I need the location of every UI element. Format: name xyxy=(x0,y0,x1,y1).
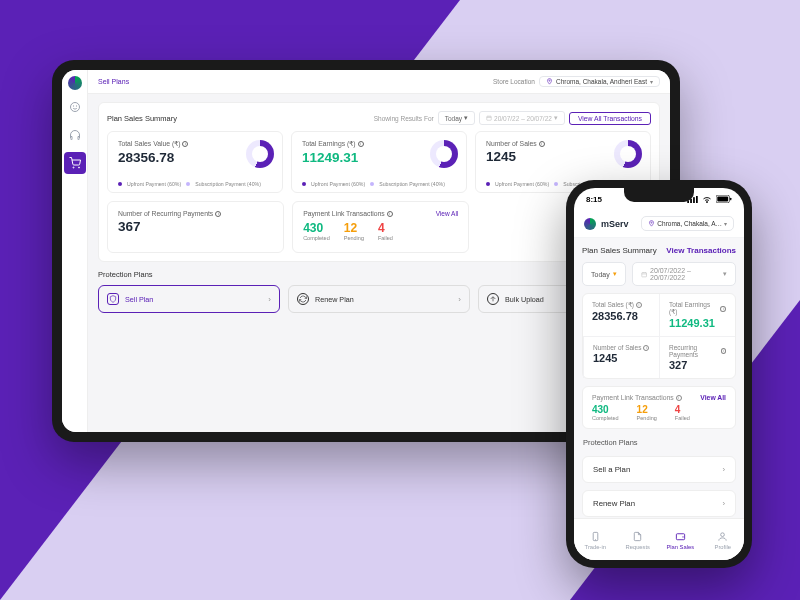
kpi-card-total-earnings: Total Earnings (₹) i 11249.31 Upfront Pa… xyxy=(291,131,467,193)
chevron-right-icon: › xyxy=(458,295,461,304)
view-all-transactions-button[interactable]: View All Transactions xyxy=(569,112,651,125)
tab-plan-sales[interactable]: Plan Sales xyxy=(659,519,702,560)
info-icon[interactable]: i xyxy=(539,141,545,147)
info-icon[interactable]: i xyxy=(721,348,726,354)
wifi-icon xyxy=(701,196,713,203)
chevron-down-icon: ▾ xyxy=(650,78,653,85)
svg-rect-13 xyxy=(730,198,731,201)
calendar-icon xyxy=(486,115,492,121)
view-transactions-link[interactable]: View Transactions xyxy=(666,246,736,255)
chevron-down-icon: ▾ xyxy=(724,220,727,227)
chevron-down-icon: ▾ xyxy=(723,270,727,278)
sidebar-item-sales[interactable] xyxy=(64,152,86,174)
info-icon[interactable]: i xyxy=(215,211,221,217)
phone-header: mServ Chroma, Chakala, A… ▾ xyxy=(574,210,744,238)
svg-rect-9 xyxy=(693,197,695,203)
phone-date-range-selector[interactable]: 20/07/2022 – 20/07/2022 ▾ xyxy=(632,262,736,286)
shield-icon xyxy=(107,293,119,305)
brand-logo-icon xyxy=(584,218,596,230)
chevron-right-icon: › xyxy=(722,465,725,474)
plt-view-all-link[interactable]: View All xyxy=(436,210,459,217)
kpi-card-total-sales: Total Sales Value (₹) i 28356.78 Upfront… xyxy=(107,131,283,193)
topbar: Sell Plans Store Location Chroma, Chakal… xyxy=(88,70,670,94)
tab-requests[interactable]: Requests xyxy=(617,519,660,560)
svg-point-2 xyxy=(76,106,77,107)
phone-kpi-total-earnings: Total Earnings (₹) i 11249.31 xyxy=(659,294,735,336)
phone-plt-card: Payment Link Transactions i View All 430… xyxy=(582,386,736,429)
page-title: Sell Plans xyxy=(98,78,129,85)
svg-point-3 xyxy=(73,167,74,168)
chevron-down-icon: ▾ xyxy=(464,114,468,122)
svg-point-18 xyxy=(721,532,725,536)
phone-renew-plan-button[interactable]: Renew Plan › xyxy=(582,490,736,517)
kpi-card-payment-link: Payment Link Transactions i View All 430… xyxy=(292,201,469,253)
kpi-card-recurring: Number of Recurring Payments i 367 xyxy=(107,201,284,253)
showing-results-label: Showing Results For xyxy=(374,115,434,122)
svg-point-0 xyxy=(70,103,79,112)
donut-chart-num-sales xyxy=(614,140,642,168)
svg-point-1 xyxy=(73,106,74,107)
phone-notch xyxy=(624,188,694,202)
svg-rect-10 xyxy=(696,196,698,203)
date-range-selector[interactable]: 20/07/22 – 20/07/22 ▾ xyxy=(479,111,565,125)
panel-title: Plan Sales Summary xyxy=(107,114,177,123)
location-pin-icon xyxy=(546,78,553,85)
phone-kpi-total-sales: Total Sales (₹) i 28356.78 xyxy=(583,294,659,336)
upload-icon xyxy=(487,293,499,305)
phone-summary-title: Plan Sales Summary xyxy=(582,246,657,255)
user-icon xyxy=(716,529,730,543)
phone-location-selector[interactable]: Chroma, Chakala, A… ▾ xyxy=(641,216,734,231)
phone-sell-plan-button[interactable]: Sell a Plan › xyxy=(582,456,736,483)
sidebar-item-home[interactable] xyxy=(64,96,86,118)
renew-plan-button[interactable]: Renew Plan › xyxy=(288,285,470,313)
chevron-down-icon: ▾ xyxy=(613,270,617,278)
sidebar-item-support[interactable] xyxy=(64,124,86,146)
brand-logo-icon xyxy=(68,76,82,90)
info-icon[interactable]: i xyxy=(643,345,649,351)
svg-rect-6 xyxy=(487,116,492,120)
phone-device-frame: 8:15 mServ Chroma, Chakala, A… ▾ Plan Sa… xyxy=(566,180,752,568)
phone-kpi-num-sales: Number of Sales i 1245 xyxy=(583,336,659,378)
chevron-right-icon: › xyxy=(722,499,725,508)
info-icon[interactable]: i xyxy=(720,306,726,312)
info-icon[interactable]: i xyxy=(676,395,682,401)
svg-rect-12 xyxy=(717,196,728,201)
info-icon[interactable]: i xyxy=(636,302,642,308)
svg-point-5 xyxy=(549,80,550,81)
status-time: 8:15 xyxy=(586,195,602,204)
chevron-down-icon: ▾ xyxy=(554,114,558,122)
svg-point-4 xyxy=(78,167,79,168)
svg-rect-15 xyxy=(641,272,646,276)
phone-kpi-grid: Total Sales (₹) i 28356.78 Total Earning… xyxy=(582,293,736,379)
wallet-icon xyxy=(673,529,687,543)
document-icon xyxy=(631,529,645,543)
chevron-right-icon: › xyxy=(268,295,271,304)
phone-protection-title: Protection Plans xyxy=(582,436,736,449)
store-location-selector[interactable]: Chroma, Chakala, Andheri East ▾ xyxy=(539,76,660,87)
phone-tabbar: Trade-in Requests Plan Sales Profile xyxy=(574,518,744,560)
tab-trade-in[interactable]: Trade-in xyxy=(574,519,617,560)
phone-period-selector[interactable]: Today ▾ xyxy=(582,262,626,286)
tab-profile[interactable]: Profile xyxy=(702,519,745,560)
phone-screen: 8:15 mServ Chroma, Chakala, A… ▾ Plan Sa… xyxy=(574,188,744,560)
info-icon[interactable]: i xyxy=(182,141,188,147)
phone-kpi-recurring: Recurring Payments i 327 xyxy=(659,336,735,378)
refresh-icon xyxy=(297,293,309,305)
location-pin-icon xyxy=(648,220,655,227)
brand-name: mServ xyxy=(601,219,629,229)
store-location-label: Store Location xyxy=(493,78,535,85)
period-selector[interactable]: Today ▾ xyxy=(438,111,475,125)
sidebar-nav xyxy=(62,70,88,432)
kpi-value-recurring: 367 xyxy=(118,219,273,234)
phone-device-icon xyxy=(588,529,602,543)
donut-chart-earnings xyxy=(430,140,458,168)
battery-icon xyxy=(716,195,732,203)
calendar-icon xyxy=(641,271,647,278)
svg-point-14 xyxy=(651,222,652,223)
info-icon[interactable]: i xyxy=(358,141,364,147)
donut-chart-total-sales xyxy=(246,140,274,168)
sell-plan-button[interactable]: Sell Plan › xyxy=(98,285,280,313)
phone-plt-view-all[interactable]: View All xyxy=(700,394,726,401)
info-icon[interactable]: i xyxy=(387,211,393,217)
